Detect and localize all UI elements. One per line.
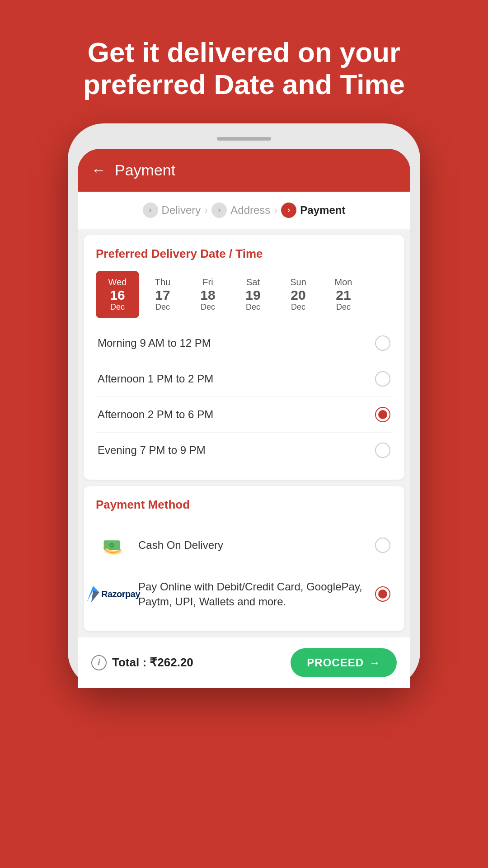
date-num-5: 21 (336, 288, 351, 302)
step-address[interactable]: › Address (211, 203, 270, 218)
phone-screen: ← Payment › Delivery › › Address › › Pay… (78, 149, 410, 688)
step-address-circle: › (211, 203, 227, 218)
date-day-0: Wed (108, 277, 127, 288)
step-payment[interactable]: › Payment (281, 203, 345, 218)
payment-card-title: Payment Method (96, 498, 392, 512)
headline: Get it delivered on your preferred Date … (0, 0, 488, 123)
time-slot-morning-radio (375, 335, 390, 351)
time-slot-afternoon1-label: Afternoon 1 PM to 2 PM (98, 373, 213, 385)
total-section: i Total : ₹262.20 (91, 655, 193, 670)
date-month-1: Dec (155, 302, 170, 312)
proceed-arrow-icon: → (369, 656, 380, 669)
step-delivery[interactable]: › Delivery (143, 203, 201, 218)
step-address-label: Address (230, 204, 270, 217)
razorpay-radio (375, 586, 390, 602)
date-num-0: 16 (110, 288, 125, 302)
razorpay-label: Pay Online with Debit/Credit Card, Googl… (138, 579, 366, 609)
date-day-3: Sat (246, 277, 260, 288)
date-num-4: 20 (291, 288, 305, 302)
stepper-bar: › Delivery › › Address › › Payment (78, 192, 410, 229)
cash-icon (98, 532, 129, 559)
time-slot-evening-radio (375, 443, 390, 458)
date-day-1: Thu (155, 277, 170, 288)
step-delivery-label: Delivery (162, 204, 201, 217)
cod-label: Cash On Delivery (138, 538, 366, 553)
payment-options: Cash On Delivery Razorpay (96, 522, 392, 619)
date-month-2: Dec (201, 302, 215, 312)
time-options: Morning 9 AM to 12 PM Afternoon 1 PM to … (96, 326, 392, 468)
date-item-wed[interactable]: Wed 16 Dec (96, 271, 139, 318)
time-slot-afternoon2-radio (375, 407, 390, 422)
svg-marker-6 (91, 590, 99, 602)
delivery-card: Preferred Delivery Date / Time Wed 16 De… (84, 235, 404, 480)
time-slot-evening[interactable]: Evening 7 PM to 9 PM (96, 433, 392, 468)
time-slot-morning[interactable]: Morning 9 AM to 12 PM (96, 326, 392, 361)
razorpay-radio-inner (378, 590, 387, 599)
date-num-2: 18 (200, 288, 215, 302)
info-icon[interactable]: i (91, 655, 107, 670)
step-payment-label: Payment (300, 204, 345, 217)
razorpay-icon: Razorpay (98, 580, 129, 608)
date-month-3: Dec (246, 302, 260, 312)
date-item-sun[interactable]: Sun 20 Dec (277, 271, 320, 318)
date-item-fri[interactable]: Fri 18 Dec (186, 271, 230, 318)
svg-point-4 (110, 543, 113, 547)
date-day-5: Mon (335, 277, 352, 288)
date-day-4: Sun (290, 277, 306, 288)
proceed-label: PROCEED (307, 656, 364, 669)
step-delivery-circle: › (143, 203, 158, 218)
time-slot-morning-label: Morning 9 AM to 12 PM (98, 337, 211, 349)
step-divider-2: › (274, 204, 277, 217)
step-divider-1: › (204, 204, 208, 217)
date-month-5: Dec (336, 302, 351, 312)
date-month-4: Dec (291, 302, 305, 312)
cod-radio (375, 538, 390, 553)
date-item-thu[interactable]: Thu 17 Dec (141, 271, 184, 318)
date-day-2: Fri (202, 277, 213, 288)
proceed-button[interactable]: PROCEED → (291, 648, 397, 677)
phone-notch (217, 137, 271, 141)
header-title: Payment (115, 161, 175, 179)
delivery-card-title: Preferred Delivery Date / Time (96, 247, 392, 261)
date-month-0: Dec (110, 302, 125, 312)
date-num-1: 17 (155, 288, 170, 302)
bottom-bar: i Total : ₹262.20 PROCEED → (78, 637, 410, 688)
app-header: ← Payment (78, 149, 410, 192)
date-selector: Wed 16 Dec Thu 17 Dec Fri 18 Dec (96, 271, 392, 318)
payment-cod[interactable]: Cash On Delivery (96, 522, 392, 569)
date-item-sat[interactable]: Sat 19 Dec (231, 271, 275, 318)
back-button[interactable]: ← (91, 162, 106, 179)
time-slot-afternoon2[interactable]: Afternoon 2 PM to 6 PM (96, 397, 392, 433)
payment-card: Payment Method (84, 486, 404, 631)
time-slot-afternoon2-label: Afternoon 2 PM to 6 PM (98, 408, 213, 421)
date-num-3: 19 (245, 288, 260, 302)
time-slot-afternoon1-radio (375, 371, 390, 387)
time-slot-evening-label: Evening 7 PM to 9 PM (98, 444, 206, 457)
time-slot-afternoon2-radio-inner (378, 410, 387, 419)
step-payment-circle: › (281, 203, 296, 218)
phone-frame: ← Payment › Delivery › › Address › › Pay… (68, 123, 420, 688)
time-slot-afternoon1[interactable]: Afternoon 1 PM to 2 PM (96, 361, 392, 397)
date-item-mon[interactable]: Mon 21 Dec (322, 271, 365, 318)
payment-razorpay[interactable]: Razorpay Pay Online with Debit/Credit Ca… (96, 569, 392, 619)
total-amount: Total : ₹262.20 (112, 656, 193, 670)
